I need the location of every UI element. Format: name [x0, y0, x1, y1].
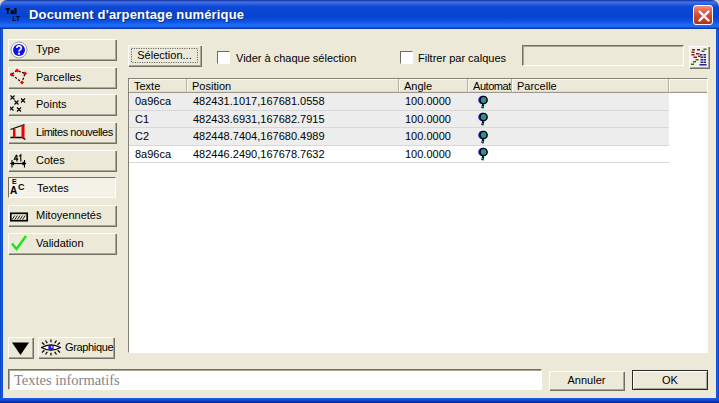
svg-text:LT: LT [13, 15, 20, 22]
